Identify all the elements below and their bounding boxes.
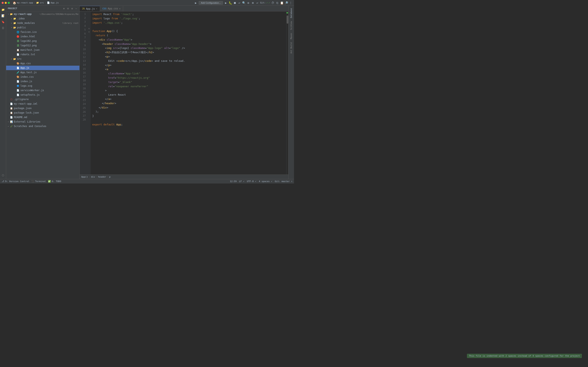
git-branch[interactable]: Git: master ↑ (275, 180, 292, 183)
more-icon[interactable]: ⋮ (289, 1, 292, 4)
undo-icon[interactable]: ↩ (256, 1, 259, 4)
tree-item-package-json[interactable]: 📋 package.json (6, 106, 79, 110)
tree-item-iml[interactable]: 📄 my-react-app.iml (6, 101, 79, 106)
code-line-13: </p> (92, 63, 285, 67)
tree-item-scratches[interactable]: ▸ 🖊 Scratches and Consoles (6, 124, 79, 128)
tree-item-logo-svg[interactable]: 🔷 logo.svg (6, 83, 79, 88)
tab-app-css-close[interactable]: ✕ (119, 8, 121, 10)
tree-item-app-css[interactable]: 🎨 App.css (6, 61, 79, 66)
tree-item-index-js[interactable]: 📄 index.js (6, 79, 79, 83)
tree-item-setup-tests[interactable]: 📄 setupTests.js (6, 92, 79, 97)
layout-icon[interactable]: ⊞ (251, 1, 254, 4)
terminal-label: Terminal (35, 180, 46, 183)
settings-icon[interactable]: ⚙ (247, 1, 250, 4)
code-line-8: <header className="App-header"> (92, 42, 285, 46)
sidebar-collapse-icon[interactable]: ⊟ (66, 7, 70, 10)
tree-item-package-lock[interactable]: 📋 package-lock.json (6, 110, 79, 115)
find-icon[interactable]: 🔎 (285, 1, 288, 4)
tree-item-index-html[interactable]: 🔴 index.html (6, 34, 79, 39)
code-line-10: <h2>开始自己的第一个React项目</h2> (92, 50, 285, 55)
breadcrumb-item-3[interactable]: header (98, 175, 106, 178)
maven-panel-btn[interactable]: Maven (290, 31, 293, 41)
run-icon[interactable]: ▶ (194, 1, 198, 4)
code-line-16: href="https://reactjs.org" (92, 76, 285, 80)
tree-item-src[interactable]: ▾ 📂 src (6, 57, 79, 61)
tab-app-js-close[interactable]: ✕ (96, 8, 97, 10)
right-panel: Database SciView Maven Ant Build (288, 6, 294, 179)
line-numbers: 12345 678910 1112131415 1617181920 21222… (80, 11, 87, 175)
toolbar-right: ▶ Add Configuration... ▶ 🐛 ⏹ ↩ 🔍 ⚙ ⊞ ↩ G… (194, 1, 292, 5)
version-control-btn[interactable]: ⎇ 9: Version Control (2, 180, 29, 183)
title-breadcrumb: 🏠 my-react-app › 📁 src › 📄 App.js (13, 1, 59, 4)
app-icon: 🏠 (13, 1, 16, 4)
code-line-20: Learn React (92, 93, 285, 97)
npm-activity-icon[interactable]: ⬡ (0, 173, 6, 178)
tab-app-css[interactable]: CSS App.css ✕ (100, 6, 123, 11)
tree-item-robots[interactable]: 📄 robots.txt (6, 52, 79, 57)
stop-icon[interactable]: ⏹ (233, 1, 236, 4)
tree-item-readme[interactable]: 📄 README.md (6, 115, 79, 119)
title-bar-left: 🏠 my-react-app › 📁 src › 📄 App.js (2, 1, 194, 4)
tab-app-css-icon: CSS (103, 7, 107, 10)
code-line-11: <p> (92, 55, 285, 59)
code-line-28 (92, 127, 285, 131)
tree-item-app-js[interactable]: 📄 App.js (6, 66, 79, 70)
tree-item-gitignore[interactable]: ⬡ .gitignore (6, 97, 79, 101)
sidebar-expand-icon[interactable]: ⊕ (62, 7, 66, 10)
tab-app-js[interactable]: JS App.js ✕ (80, 6, 100, 11)
vcs-icon[interactable]: 📋 (280, 1, 283, 4)
code-line-23: </div> (92, 106, 285, 110)
structure-activity-icon[interactable]: ☰ (0, 25, 6, 31)
editor-area: JS App.js ✕ CSS App.css ✕ 12345 678910 1… (80, 6, 288, 179)
debug-icon[interactable]: 🐛 (229, 1, 232, 4)
tree-item-my-react-app[interactable]: ▾ 📂 my-react-app ~/Documents/IDEAWorkspa… (6, 12, 79, 16)
close-button[interactable] (2, 2, 4, 4)
bc-sep-1: › (89, 175, 90, 178)
breadcrumb-item-2[interactable]: div (91, 175, 95, 178)
tree-item-service-worker[interactable]: 📄 serviceWorker.js (6, 88, 79, 92)
bookmark-activity-icon[interactable]: 🔖 (0, 19, 6, 25)
tree-item-logo512[interactable]: 🖼 logo512.png (6, 43, 79, 48)
code-line-5: function App() { (92, 29, 285, 33)
tree-item-idea[interactable]: ▸ 📁 .idea (6, 16, 79, 21)
code-line-27: export default App; (92, 123, 285, 127)
code-editor[interactable]: 12345 678910 1112131415 1617181920 21222… (80, 11, 288, 175)
terminal-btn[interactable]: ⬛ Terminal (31, 180, 46, 183)
run-debug-icon[interactable]: ▶ (224, 1, 227, 4)
breadcrumb-item-4[interactable]: p (109, 175, 111, 178)
scrollbar-thumb[interactable] (287, 16, 288, 24)
database-panel-btn[interactable]: Database (290, 7, 293, 20)
tree-item-manifest[interactable]: 📋 manifest.json (6, 48, 79, 52)
commit-activity-icon[interactable]: 📝 (0, 13, 6, 18)
sciview-panel-btn[interactable]: SciView (290, 20, 293, 31)
spaces-status[interactable]: 4 spaces ✓ (259, 180, 272, 183)
minimize-button[interactable] (5, 2, 7, 4)
breadcrumb-item-1[interactable]: App() (81, 175, 88, 178)
sidebar-settings-icon[interactable]: ⚙ (70, 7, 74, 10)
sidebar-close-icon[interactable]: — (75, 7, 78, 10)
maximize-button[interactable] (8, 2, 10, 4)
tree-item-node-modules[interactable]: ▸ 📁 node_modules library root (6, 21, 79, 25)
tree-item-external-libs[interactable]: ▸ 📊 External Libraries (6, 119, 79, 124)
ant-build-panel-btn[interactable]: Ant Build (290, 41, 293, 55)
code-line-15: className="App-link" (92, 72, 285, 76)
tree-item-index-css[interactable]: 🎨 index.css (6, 75, 79, 79)
code-content[interactable]: import React from 'react'; import logo f… (91, 11, 286, 175)
encoding-status[interactable]: UTF-8 ✓ (247, 180, 256, 183)
bc-sep-3: › (107, 175, 108, 178)
history-icon[interactable]: ⏱ (271, 1, 274, 4)
tree-item-app-test[interactable]: 🧪 App.test.js (6, 70, 79, 75)
todo-btn[interactable]: ✅ 6: TODO (48, 180, 61, 183)
rerun-icon[interactable]: ↩ (238, 1, 241, 4)
search-icon[interactable]: 🔍 (242, 1, 245, 4)
project-activity-icon[interactable]: 📁 (0, 7, 6, 12)
lf-status[interactable]: LF ✓ (239, 180, 245, 183)
tree-item-favicon[interactable]: 🌐 favicon.ico (6, 30, 79, 34)
editor-scrollbar[interactable] (286, 11, 288, 175)
tree-item-public[interactable]: ▾ 📂 public (6, 25, 79, 30)
tree-item-logo192[interactable]: 🖼 logo192.png (6, 39, 79, 43)
add-config-button[interactable]: Add Configuration... (199, 1, 223, 5)
rollback-icon[interactable]: ⎗ (276, 1, 279, 4)
line-col[interactable]: 12:59 (230, 180, 237, 183)
vc-icon: ⎇ (2, 180, 4, 183)
